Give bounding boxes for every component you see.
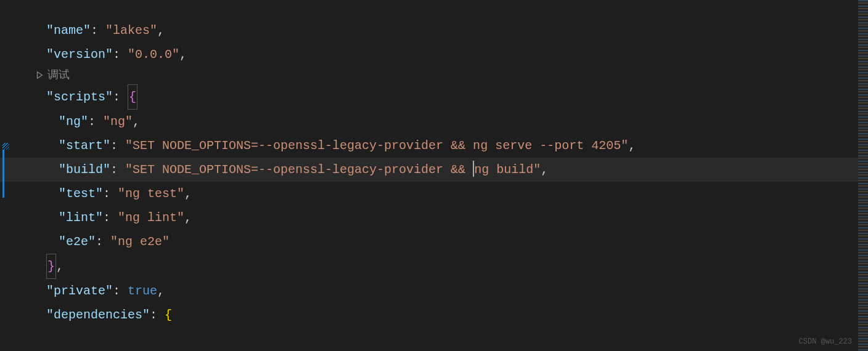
json-key: "ng" xyxy=(59,115,88,129)
json-value: "ng" xyxy=(103,115,133,129)
brace-open: { xyxy=(165,308,172,322)
json-key: "start" xyxy=(59,139,110,153)
code-line[interactable]: "test": "ng test", xyxy=(0,182,868,206)
json-value: "ng test" xyxy=(118,187,184,201)
json-value: "lakes" xyxy=(105,23,157,38)
json-value: "SET NODE_OPTIONS=--openssl-legacy-provi… xyxy=(125,163,473,177)
code-line[interactable]: "ng": "ng", xyxy=(0,110,868,134)
json-value: true xyxy=(128,284,157,298)
code-editor[interactable]: "name": "lakes", "version": "0.0.0", 调试 … xyxy=(0,0,868,327)
json-key: "dependencies" xyxy=(46,308,150,322)
codelens-debug[interactable]: 调试 xyxy=(0,67,868,84)
json-key: "lint" xyxy=(59,211,103,225)
json-key: "test" xyxy=(59,187,103,201)
json-value: "0.0.0" xyxy=(128,47,179,62)
json-key: "private" xyxy=(46,284,113,298)
code-line-active[interactable]: "build": "SET NODE_OPTIONS=--openssl-leg… xyxy=(0,158,868,182)
watermark: CSDN @wu_223 xyxy=(799,337,852,346)
brace-close: } xyxy=(46,254,56,279)
json-key: "scripts" xyxy=(46,90,113,104)
play-icon xyxy=(35,71,44,79)
json-key: "e2e" xyxy=(59,235,96,249)
text-cursor xyxy=(473,161,474,177)
json-key: "version" xyxy=(46,47,113,62)
code-line[interactable]: "start": "SET NODE_OPTIONS=--openssl-leg… xyxy=(0,134,868,158)
code-line[interactable]: "private": true, xyxy=(0,279,868,303)
code-line[interactable]: "version": "0.0.0", xyxy=(0,42,868,67)
json-value: "ng lint" xyxy=(118,211,184,225)
code-line[interactable]: "lint": "ng lint", xyxy=(0,206,868,230)
code-line[interactable]: "e2e": "ng e2e" xyxy=(0,230,868,254)
json-value: "SET NODE_OPTIONS=--openssl-legacy-provi… xyxy=(125,139,628,153)
json-key: "name" xyxy=(46,23,91,38)
code-line[interactable]: "name": "lakes", xyxy=(0,18,868,42)
codelens-label: 调试 xyxy=(47,67,70,84)
code-line[interactable]: "scripts": { xyxy=(0,84,868,110)
code-line[interactable]: "dependencies": { xyxy=(0,303,868,327)
json-value: ng build" xyxy=(474,163,541,177)
brace-open: { xyxy=(128,84,137,110)
minimap[interactable] xyxy=(858,0,868,351)
json-value: "ng e2e" xyxy=(110,235,170,249)
json-key: "build" xyxy=(59,163,110,177)
code-line[interactable]: }, xyxy=(0,254,868,279)
minimap-content xyxy=(858,0,868,351)
